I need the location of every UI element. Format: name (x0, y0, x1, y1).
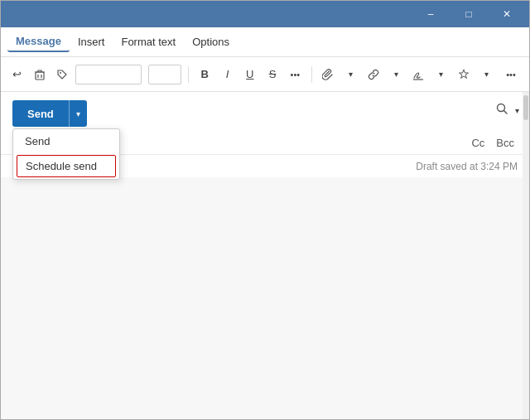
link-button[interactable] (364, 63, 383, 86)
menu-item-options[interactable]: Options (184, 32, 238, 51)
draft-saved-status: Draft saved at 3:24 PM (416, 161, 518, 172)
cc-button[interactable]: Cc (468, 135, 488, 151)
dropdown-item-send[interactable]: Send (13, 129, 119, 153)
font-size-input[interactable] (148, 65, 181, 84)
email-body[interactable] (1, 177, 529, 419)
send-button-group: Send ▾ (12, 100, 87, 127)
more-options-button[interactable]: ••• (499, 63, 523, 86)
attach-dropdown-button[interactable]: ▾ (341, 63, 360, 86)
sensitivity-dropdown-button[interactable]: ▾ (477, 63, 496, 86)
menu-item-format-text[interactable]: Format text (113, 32, 184, 51)
toolbar-right: ••• (499, 63, 523, 86)
zoom-area: ▾ (492, 100, 523, 120)
menu-item-message[interactable]: Message (7, 31, 70, 52)
more-format-button[interactable]: ••• (286, 63, 305, 86)
signature-button[interactable] (409, 63, 428, 86)
zoom-button[interactable] (492, 100, 512, 120)
send-dropdown-menu: Send Schedule send (12, 128, 120, 180)
bold-button[interactable]: B (195, 63, 214, 86)
formatting-toolbar: ↩ B I U S ••• ▾ (1, 57, 529, 92)
italic-button[interactable]: I (218, 63, 237, 86)
underline-button[interactable]: U (240, 63, 259, 86)
menu-item-insert[interactable]: Insert (70, 32, 113, 51)
sensitivity-button[interactable] (454, 63, 473, 86)
svg-point-3 (60, 72, 61, 74)
close-button[interactable]: ✕ (488, 1, 526, 27)
delete-button[interactable] (30, 63, 49, 86)
link-dropdown-button[interactable]: ▾ (387, 63, 406, 86)
separator-2 (311, 66, 312, 83)
undo-button[interactable]: ↩ (7, 63, 26, 86)
title-bar: – □ ✕ (1, 1, 529, 27)
font-family-input[interactable] (75, 65, 142, 84)
maximize-button[interactable]: □ (450, 1, 488, 27)
compose-content: Send ▾ ▾ Send Schedule send (1, 92, 529, 419)
send-dropdown-arrow: ▾ (76, 109, 80, 118)
send-row: Send ▾ ▾ Send Schedule send (1, 92, 529, 132)
signature-dropdown-button[interactable]: ▾ (431, 63, 450, 86)
dropdown-item-schedule-send[interactable]: Schedule send (17, 155, 116, 177)
window-controls: – □ ✕ (412, 1, 526, 27)
bcc-button[interactable]: Bcc (493, 135, 518, 151)
strikethrough-button[interactable]: S (263, 63, 282, 86)
menu-bar: Message Insert Format text Options (1, 27, 529, 57)
scrollbar[interactable] (523, 92, 529, 419)
zoom-dropdown-button[interactable]: ▾ (512, 104, 523, 117)
send-button[interactable]: Send (12, 100, 69, 127)
separator-1 (188, 66, 189, 83)
attach-button[interactable] (319, 63, 338, 86)
minimize-button[interactable]: – (412, 1, 450, 27)
svg-rect-0 (36, 72, 44, 80)
email-compose-window: – □ ✕ Message Insert Format text Options… (0, 0, 530, 420)
svg-line-6 (504, 111, 508, 114)
send-dropdown-button[interactable]: ▾ (69, 100, 87, 127)
tag-button[interactable] (53, 63, 72, 86)
scrollbar-thumb (523, 95, 528, 120)
